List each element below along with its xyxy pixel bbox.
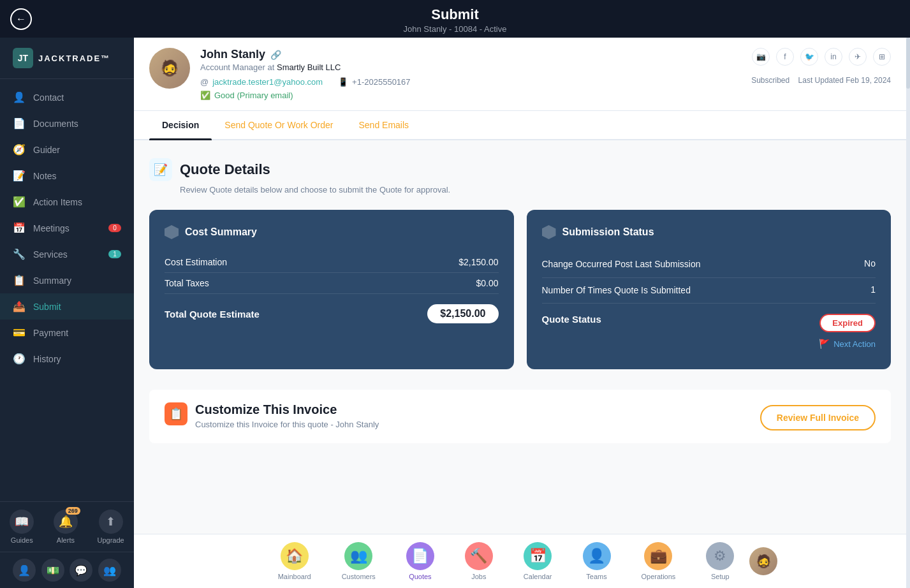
sidebar-item-submit[interactable]: 📤 Submit xyxy=(0,293,134,320)
tab-send-emails[interactable]: Send Emails xyxy=(346,111,422,139)
profile-info: John Stanly 🔗 Account Manager at Smartly… xyxy=(200,48,741,100)
quote-details-icon: 📝 xyxy=(149,158,172,181)
review-full-invoice-button[interactable]: Review Full Invoice xyxy=(760,405,876,430)
sidebar-item-label: Payment xyxy=(33,328,68,338)
tab-decision[interactable]: Decision xyxy=(149,111,212,139)
calendar-icon: 📅 xyxy=(524,542,552,570)
user-profile-nav[interactable]: 🧔 xyxy=(749,547,777,575)
quotes-icon: 📄 xyxy=(406,542,434,570)
invoice-icon: 📋 xyxy=(165,402,187,425)
sidebar-item-label: Services xyxy=(33,249,68,260)
nav-mainboard[interactable]: 🏠 Mainboard xyxy=(263,540,327,583)
page-title: Submit xyxy=(0,6,910,23)
guides-btn[interactable]: 📖 Guides xyxy=(10,510,34,544)
twitter-icon[interactable]: 🐦 xyxy=(800,48,818,66)
cost-summary-card: Cost Summary Cost Estimation $2,150.00 T… xyxy=(149,210,514,369)
tabs-bar: Decision Send Quote Or Work Order Send E… xyxy=(134,111,906,140)
total-taxes-row: Total Taxes $0.00 xyxy=(165,273,499,294)
submit-icon: 📤 xyxy=(13,300,26,312)
card-title: Submission Status xyxy=(542,225,876,239)
logo-icon: JT xyxy=(13,48,33,68)
subscribed-label: Subscribed xyxy=(751,76,789,85)
sidebar-item-label: Documents xyxy=(33,119,78,129)
sidebar-item-guider[interactable]: 🧭 Guider xyxy=(0,136,134,163)
email-link[interactable]: jacktrade.tester1@yahoo.com xyxy=(212,77,323,87)
customize-title: Customize This Invoice xyxy=(195,402,379,417)
nav-calendar[interactable]: 📅 Calendar xyxy=(508,540,568,583)
notes-icon: 📝 xyxy=(13,170,26,182)
profile-company: Smartly Built LLC xyxy=(277,62,341,72)
sidebar-item-documents[interactable]: 📄 Documents xyxy=(0,110,134,136)
sidebar-item-action-items[interactable]: ✅ Action Items xyxy=(0,189,134,215)
logo-text: JACKTRADE™ xyxy=(38,54,110,63)
bottom-person-icon[interactable]: 👤 xyxy=(13,559,36,582)
alerts-btn[interactable]: 🔔 269 Alerts xyxy=(54,510,78,544)
action-items-icon: ✅ xyxy=(13,196,26,208)
top-bar: ← Submit John Stanly - 10084 - Active xyxy=(0,0,910,38)
phone-number: +1-2025550167 xyxy=(352,77,410,87)
linkedin-icon[interactable]: in xyxy=(825,48,842,66)
sidebar-item-services[interactable]: 🔧 Services 1 xyxy=(0,241,134,267)
nav-teams[interactable]: 👤 Teams xyxy=(568,540,626,583)
scrollbar[interactable] xyxy=(906,38,910,588)
grid-icon[interactable]: ⊞ xyxy=(873,48,891,66)
alerts-count: 269 xyxy=(66,507,80,515)
profile-contacts: @ jacktrade.tester1@yahoo.com 📱 +1-20255… xyxy=(200,77,741,87)
upgrade-btn[interactable]: ⬆ Upgrade xyxy=(97,510,124,544)
section-header: 📝 Quote Details xyxy=(149,158,891,181)
telegram-icon[interactable]: ✈ xyxy=(849,48,867,66)
bottom-dollar-icon[interactable]: 💵 xyxy=(41,559,64,582)
page-subtitle: John Stanly - 10084 - Active xyxy=(0,24,910,34)
nav-jobs[interactable]: 🔨 Jobs xyxy=(450,540,508,583)
submission-status-card: Submission Status Change Occurred Post L… xyxy=(527,210,892,369)
phone-icon: 📱 xyxy=(338,77,348,87)
tab-send-quote[interactable]: Send Quote Or Work Order xyxy=(212,111,346,139)
sidebar-logo: JT JACKTRADE™ xyxy=(0,38,134,79)
profile-header-right: 📷 f 🐦 in ✈ ⊞ Subscribed Last Updated Feb… xyxy=(751,48,891,85)
sidebar-item-label: Summary xyxy=(33,276,71,286)
next-action-btn[interactable]: 🚩 Next Action xyxy=(819,339,876,349)
total-value: $2,150.00 xyxy=(427,304,498,323)
sidebar: JT JACKTRADE™ 👤 Contact 📄 Documents 🧭 Gu… xyxy=(0,38,134,588)
operations-icon: 💼 xyxy=(644,542,672,570)
share-icon[interactable]: 🔗 xyxy=(270,50,281,60)
customize-left: 📋 Customize This Invoice Customize this … xyxy=(165,402,379,429)
nav-customers[interactable]: 👥 Customers xyxy=(327,540,391,583)
facebook-icon[interactable]: f xyxy=(776,48,794,66)
scrollbar-thumb xyxy=(906,38,910,89)
sidebar-item-label: Action Items xyxy=(33,197,82,207)
sidebar-item-payment[interactable]: 💳 Payment xyxy=(0,320,134,346)
cost-estimation-row: Cost Estimation $2,150.00 xyxy=(165,252,499,273)
instagram-icon[interactable]: 📷 xyxy=(752,48,770,66)
sidebar-item-notes[interactable]: 📝 Notes xyxy=(0,163,134,189)
profile-name: John Stanly xyxy=(200,48,265,61)
last-updated: Last Updated Feb 19, 2024 xyxy=(798,76,891,85)
back-button[interactable]: ← xyxy=(10,8,32,30)
nav-quotes[interactable]: 📄 Quotes xyxy=(391,540,450,583)
nav-setup[interactable]: ⚙ Setup xyxy=(691,540,749,583)
sidebar-item-label: History xyxy=(33,354,61,364)
documents-icon: 📄 xyxy=(13,117,26,129)
sidebar-item-meetings[interactable]: 📅 Meetings 0 xyxy=(0,215,134,241)
bottom-group-icon[interactable]: 👥 xyxy=(98,559,121,582)
card-title: Cost Summary xyxy=(165,225,499,239)
bottom-nav: 🏠 Mainboard 👥 Customers 📄 Quotes 🔨 Jobs … xyxy=(134,534,906,588)
quote-status-row: Quote Status Expired 🚩 Next Action xyxy=(542,304,876,354)
services-badge: 1 xyxy=(108,250,121,258)
customize-subtitle: Customize this Invoice for this quote - … xyxy=(195,420,379,429)
section-title: Quote Details xyxy=(180,161,270,178)
payment-icon: 💳 xyxy=(13,327,26,339)
sidebar-item-label: Contact xyxy=(33,92,64,103)
content-area: 🧔 John Stanly 🔗 Account Manager at Smart… xyxy=(134,38,906,588)
customize-invoice-section: 📋 Customize This Invoice Customize this … xyxy=(149,390,891,443)
sidebar-item-history[interactable]: 🕐 History xyxy=(0,346,134,372)
sidebar-item-summary[interactable]: 📋 Summary xyxy=(0,267,134,293)
mainboard-icon: 🏠 xyxy=(281,542,309,570)
sidebar-item-contact[interactable]: 👤 Contact xyxy=(0,84,134,110)
sidebar-item-label: Submit xyxy=(33,302,61,312)
nav-operations[interactable]: 💼 Operations xyxy=(626,540,691,583)
services-icon: 🔧 xyxy=(13,248,26,260)
customers-icon: 👥 xyxy=(344,542,372,570)
setup-icon: ⚙ xyxy=(706,542,734,570)
bottom-chat-icon[interactable]: 💬 xyxy=(70,559,92,582)
